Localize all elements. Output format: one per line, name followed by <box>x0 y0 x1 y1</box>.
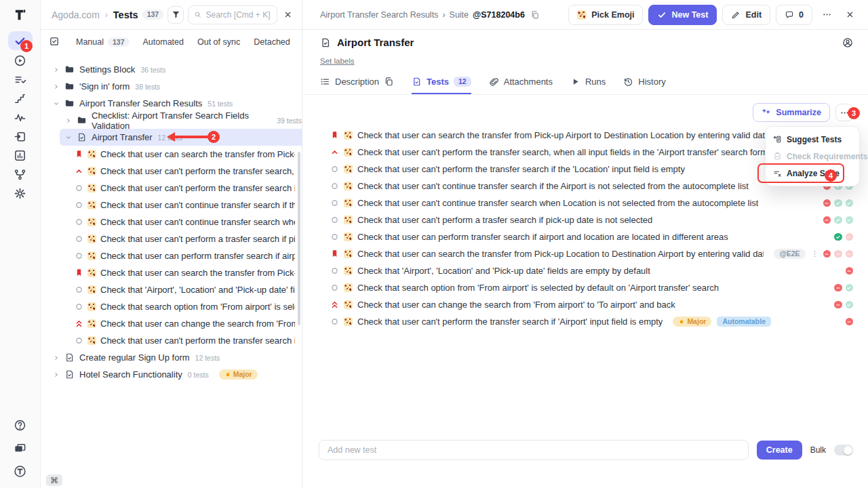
tree-test-item[interactable]: Check that user can search the transfer … <box>41 146 302 163</box>
create-button[interactable]: Create <box>757 441 802 460</box>
tree-filter-tabs: Manual 137 Automated Out of sync Detache… <box>41 30 302 54</box>
header-more-button[interactable] <box>818 5 835 25</box>
panel-close-button[interactable] <box>281 7 295 22</box>
tree-test-item[interactable]: Check that user can't perform the transf… <box>41 163 302 180</box>
sidebar-item[interactable] <box>8 146 33 164</box>
add-new-test-input[interactable] <box>319 440 749 460</box>
breadcrumb-parent[interactable]: Airport Transfer Search Results <box>320 10 438 20</box>
status-dot-pass <box>846 284 854 292</box>
chevron-icon[interactable] <box>53 83 60 90</box>
sidebar-footer-item[interactable] <box>8 462 33 480</box>
select-mode-button[interactable] <box>49 35 60 49</box>
test-title: Check that user can't continue transfer … <box>357 198 758 208</box>
tree-node[interactable]: Create regular Sign Up form 12 tests <box>41 349 302 366</box>
suite-tab[interactable]: Runs <box>570 77 606 94</box>
chevron-icon[interactable] <box>53 371 60 378</box>
suite-tab[interactable]: Tests 12 <box>412 77 471 94</box>
tree-test-item[interactable]: Check that user can't continue transfer … <box>41 197 302 214</box>
chevron-icon[interactable] <box>53 354 60 361</box>
sidebar-footer-item[interactable] <box>8 439 33 457</box>
tree-test-item[interactable]: Check that user can search the transfer … <box>41 264 302 281</box>
sidebar-footer <box>0 416 40 480</box>
sidebar-item[interactable] <box>8 52 33 69</box>
suite-tab[interactable]: History <box>623 77 665 94</box>
tree-test-item[interactable]: Check that search option from 'From airp… <box>41 298 302 315</box>
tree-test-item[interactable]: Check that user can't perform the transf… <box>41 180 302 197</box>
copy-icon[interactable] <box>530 10 540 20</box>
tree-test-item[interactable]: Check that 'Airport', 'Location' and 'Pi… <box>41 281 302 298</box>
tree-filter-tab[interactable]: Manual 137 <box>76 37 130 47</box>
test-row[interactable]: Check that user can't continue transfer … <box>302 195 868 211</box>
dropdown-item[interactable]: Analyze Suite <box>766 165 859 182</box>
sidebar-item[interactable] <box>8 70 33 88</box>
chevron-icon[interactable] <box>53 100 60 107</box>
dropdown-item[interactable]: Check Requirements <box>766 148 859 165</box>
tree-scrollbar[interactable] <box>298 152 300 325</box>
test-row[interactable]: Check that search option from 'From airp… <box>302 279 868 296</box>
test-row[interactable]: Check that user can't perform a trasfer … <box>302 211 868 228</box>
suite-more-button[interactable]: 3 <box>835 104 853 121</box>
tree-test-item[interactable]: Check that user can't perform a trasfer … <box>41 230 302 247</box>
dropdown-item[interactable]: Suggest Tests <box>766 131 859 148</box>
filter-button[interactable] <box>167 6 184 24</box>
priority-icon <box>75 235 83 243</box>
test-row[interactable]: Check that user can't perform the transf… <box>302 313 868 330</box>
breadcrumb-project[interactable]: Agoda.com <box>52 9 100 20</box>
search-box <box>188 5 277 24</box>
assignee-avatar[interactable] <box>842 37 853 48</box>
test-row[interactable]: Check that user can search the transfer … <box>302 245 868 262</box>
chevron-icon[interactable] <box>65 117 72 124</box>
test-row-right <box>834 284 853 292</box>
tree-test-item[interactable]: Check that user can change the search fr… <box>41 315 302 332</box>
test-emoji-icon <box>87 167 96 176</box>
test-title: Check that user can't perform the transf… <box>100 336 295 346</box>
tree-node[interactable]: Airport Transfer Search Results 51 tests <box>41 95 302 112</box>
chevron-icon[interactable] <box>53 66 60 73</box>
sidebar-item[interactable] <box>8 184 33 202</box>
tree-filter-tab[interactable]: Automated <box>143 37 184 47</box>
node-count: 0 tests <box>188 371 209 379</box>
test-row[interactable]: Check that 'Airport', 'Location' and 'Pi… <box>302 262 868 279</box>
sidebar-item[interactable] <box>8 127 33 145</box>
node-count: 39 tests <box>277 117 302 125</box>
tree-filter-tab[interactable]: Out of sync <box>197 37 240 47</box>
status-dots <box>834 301 853 309</box>
annotation-badge-2: 2 <box>208 131 220 143</box>
summarize-button[interactable]: Summarize <box>753 103 830 122</box>
tree-node[interactable]: Settings Block 36 tests <box>41 61 302 78</box>
suite-tab[interactable]: Attachments <box>489 77 553 94</box>
tree-test-item[interactable]: Check that user can't perform the transf… <box>41 332 302 349</box>
search-input[interactable] <box>205 10 271 20</box>
tree-node[interactable]: 'Sign in' form 38 tests <box>41 78 302 95</box>
test-row[interactable]: Check that user can perform transfer sea… <box>302 228 868 245</box>
chevron-icon[interactable] <box>65 134 72 141</box>
test-row[interactable]: Check that user can change the search fr… <box>302 296 868 313</box>
sidebar-item[interactable] <box>8 89 33 107</box>
status-dots <box>823 250 854 258</box>
status-dot-pass <box>834 199 842 207</box>
tree-node[interactable]: Checklist: Airport Transfer Search Field… <box>41 112 302 129</box>
tree-node[interactable]: Airport Transfer 12 tests <box>60 129 302 146</box>
set-labels-link[interactable]: Set labels <box>320 57 355 65</box>
close-suite-button[interactable] <box>841 5 859 25</box>
tree-header: Agoda.com › Tests 137 <box>41 0 302 30</box>
sidebar-item[interactable] <box>8 165 33 183</box>
kebab-icon[interactable] <box>810 249 819 258</box>
annotation-badge-4: 4 <box>825 169 837 182</box>
tree-test-item[interactable]: Check that user can't continue transfer … <box>41 214 302 230</box>
breadcrumb-separator: › <box>104 10 109 20</box>
sidebar-item[interactable] <box>8 108 33 126</box>
tree-node[interactable]: Hotel Search Functionality 0 tests Major <box>41 366 302 383</box>
bulk-toggle[interactable] <box>834 445 853 455</box>
copy-icon[interactable] <box>384 77 394 87</box>
tree-test-item[interactable]: Check that user can perform transfer sea… <box>41 247 302 264</box>
node-count: 36 tests <box>140 66 165 74</box>
edit-button[interactable]: Edit <box>722 5 770 25</box>
new-test-button[interactable]: New Test <box>648 5 717 25</box>
tree-filter-tab[interactable]: Detached <box>254 37 290 47</box>
comments-button[interactable]: 0 <box>776 5 812 25</box>
sidebar-footer-item[interactable] <box>8 416 33 434</box>
app-logo[interactable] <box>0 0 40 30</box>
pick-emoji-button[interactable]: Pick Emoji <box>568 5 643 25</box>
suite-tab[interactable]: Description <box>320 77 394 94</box>
